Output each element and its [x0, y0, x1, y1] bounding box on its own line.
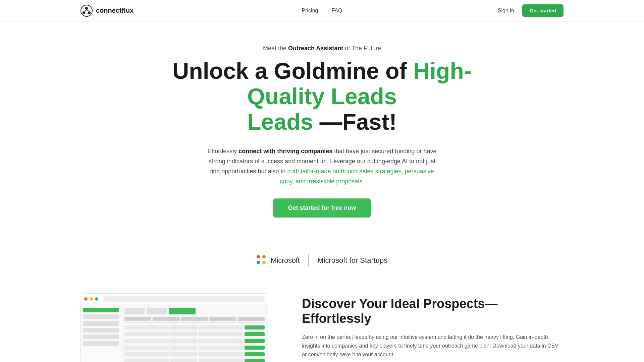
th-4 [209, 317, 236, 321]
nav-faq[interactable]: FAQ [331, 8, 342, 14]
td-cta-6 [245, 359, 265, 362]
hero-subtext-bold: connect with thriving companies [238, 148, 332, 155]
th-2 [153, 317, 179, 321]
hero-eyebrow-suffix: of The Future [343, 45, 381, 52]
sidebar-item-active [83, 308, 119, 312]
td-3f [199, 359, 243, 362]
td-3 [199, 325, 243, 329]
td-2b [170, 332, 197, 336]
discover-section: Discover Your Ideal Prospects— Effortles… [0, 266, 644, 362]
table-row [124, 352, 265, 356]
hero-subtext-green: craft tailor-made outbound sales strateg… [280, 168, 434, 185]
sidebar-item-5 [83, 341, 119, 346]
td-2e [170, 352, 197, 356]
discover-content: Discover Your Ideal Prospects— Effortles… [302, 293, 564, 362]
td-2f [170, 359, 197, 362]
th-5 [238, 317, 265, 321]
dashboard-topbar [81, 294, 268, 304]
table-row [124, 325, 265, 329]
hero-cta-button[interactable]: Get started for free now [273, 198, 371, 218]
td-cta-4 [245, 346, 265, 350]
toolbar-btn-2 [147, 308, 167, 314]
hero-subtext-prefix: Effortlessly [208, 148, 239, 155]
td-cta-5 [245, 352, 265, 356]
hero-headline: Unlock a Goldmine of High-Quality LeadsL… [171, 58, 473, 134]
hero-eyebrow: Meet the Outreach Assistant of The Futur… [263, 45, 381, 52]
svg-point-3 [88, 11, 91, 14]
close-dot [84, 297, 88, 301]
dashboard-screenshot [80, 293, 268, 362]
td-1b [124, 332, 169, 336]
dashboard-sidebar [81, 304, 121, 362]
brand-name: connectflux [96, 7, 133, 14]
microsoft-name: Microsoft [271, 256, 300, 265]
th-3 [181, 317, 208, 321]
hero-eyebrow-prefix: Meet the [263, 45, 288, 52]
td-2 [170, 325, 197, 329]
td-1e [124, 352, 169, 356]
navbar: connectflux Pricing FAQ Sign in Get star… [0, 0, 644, 21]
hero-eyebrow-bold: Outreach Assistant [288, 45, 343, 52]
sidebar-item-1 [83, 314, 119, 319]
discover-description: Zero in on the perfect leads by using ou… [302, 333, 564, 359]
hero-subtext: Effortlessly connect with thriving compa… [205, 146, 439, 186]
svg-point-2 [83, 11, 85, 14]
toolbar-btn-green [169, 308, 196, 314]
th-1 [124, 317, 151, 321]
td-1 [124, 325, 169, 329]
td-1d [124, 346, 169, 350]
hero-headline-part1: Unlock a Goldmine of [172, 58, 413, 83]
microsoft-grid-icon [257, 255, 267, 266]
get-started-nav-button[interactable]: Get started [522, 4, 564, 17]
discover-title-line2: Effortlessly [302, 311, 371, 325]
logo[interactable]: connectflux [80, 5, 133, 17]
dashboard-main [121, 304, 268, 362]
toolbar-btn-1 [124, 308, 145, 314]
sign-in-link[interactable]: Sign in [498, 8, 514, 14]
table-row [124, 346, 265, 350]
nav-links: Pricing FAQ [302, 8, 342, 14]
microsoft-tagline: Microsoft for Startups [317, 256, 387, 265]
sidebar-item-3 [83, 328, 119, 333]
hero-headline-part2: —Fast! [313, 109, 397, 134]
microsoft-logo: Microsoft [257, 255, 300, 266]
table-row [124, 339, 265, 343]
td-3c [199, 339, 243, 343]
td-3e [199, 352, 243, 356]
td-3b [199, 332, 243, 336]
sidebar-item-2 [83, 321, 119, 326]
svg-point-0 [81, 5, 92, 16]
url-bar [103, 296, 265, 302]
sidebar-item-4 [83, 335, 119, 339]
td-2d [170, 346, 197, 350]
td-3d [199, 346, 243, 350]
table-row [124, 332, 265, 336]
dashboard-toolbar [124, 308, 265, 314]
dashboard-body [81, 304, 268, 362]
microsoft-badge: Microsoft Microsoft for Startups [0, 254, 644, 266]
table-row [124, 359, 265, 362]
hero-section: Meet the Outreach Assistant of The Futur… [0, 21, 644, 234]
hero-headline-green2: Leads [247, 109, 313, 134]
discover-title: Discover Your Ideal Prospects— Effortles… [302, 297, 564, 326]
td-cta-1 [245, 325, 265, 329]
td-2c [170, 339, 197, 343]
table-header [124, 317, 265, 323]
expand-dot [95, 297, 98, 301]
td-cta-3 [245, 339, 265, 343]
td-1f [124, 359, 169, 362]
svg-point-1 [85, 7, 88, 10]
fake-dashboard [81, 294, 268, 362]
logo-icon [80, 5, 93, 17]
nav-pricing[interactable]: Pricing [302, 8, 318, 14]
discover-title-line1: Discover Your Ideal Prospects— [302, 297, 498, 311]
microsoft-separator [308, 254, 309, 266]
td-cta-2 [245, 332, 265, 336]
td-1c [124, 339, 169, 343]
minimize-dot [90, 297, 93, 301]
nav-right: Sign in Get started [498, 4, 564, 17]
